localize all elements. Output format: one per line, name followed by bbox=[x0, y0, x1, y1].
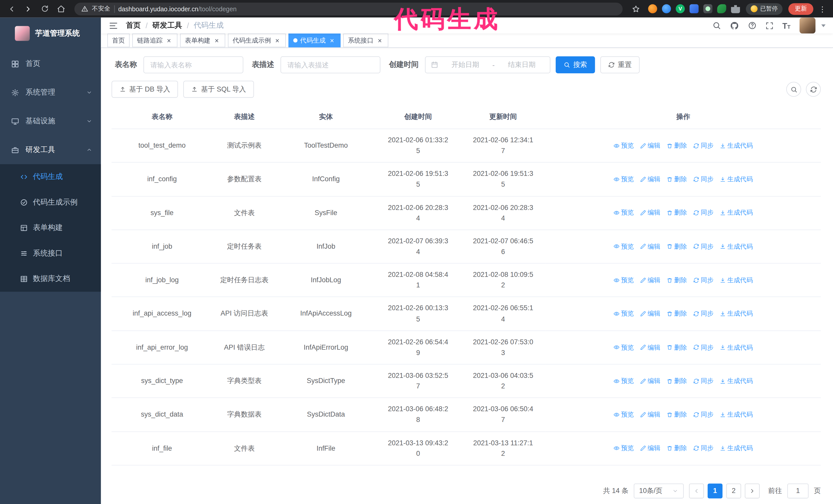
action-edit[interactable]: 编辑 bbox=[640, 443, 661, 453]
font-size-icon[interactable]: TT bbox=[783, 22, 791, 29]
action-sync[interactable]: 同步 bbox=[693, 208, 714, 218]
url-bar[interactable]: 不安全 dashboard.yudao.iocoder.cn/tool/code… bbox=[74, 2, 623, 15]
action-sync[interactable]: 同步 bbox=[693, 174, 714, 184]
action-preview[interactable]: 预览 bbox=[614, 410, 634, 419]
table-row[interactable]: inf_job_log定时任务日志表InfJobLog2021-02-08 04… bbox=[112, 263, 821, 297]
table-row[interactable]: inf_job定时任务表InfJob2021-02-07 06:39:34202… bbox=[112, 230, 821, 263]
reload-icon[interactable] bbox=[38, 2, 51, 15]
action-sync[interactable]: 同步 bbox=[693, 309, 714, 319]
people-extension-icon[interactable] bbox=[689, 4, 698, 13]
bookmark-star-icon[interactable] bbox=[629, 2, 642, 15]
tab[interactable]: 代码生成× bbox=[288, 33, 340, 47]
action-delete[interactable]: 删除 bbox=[667, 309, 687, 319]
fox-extension-icon[interactable] bbox=[648, 4, 657, 13]
sidebar-subitem[interactable]: 代码生成 bbox=[0, 164, 101, 189]
sidebar-item[interactable]: 首页 bbox=[0, 49, 101, 78]
close-icon[interactable]: × bbox=[165, 37, 173, 44]
action-edit[interactable]: 编辑 bbox=[640, 241, 661, 251]
table-row[interactable]: inf_api_access_logAPI 访问日志表InfApiAccessL… bbox=[112, 297, 821, 331]
close-icon[interactable]: × bbox=[273, 37, 281, 44]
action-edit[interactable]: 编辑 bbox=[640, 376, 661, 386]
action-delete[interactable]: 删除 bbox=[667, 410, 687, 419]
sidebar-subitem[interactable]: 数据库文档 bbox=[0, 266, 101, 291]
fullscreen-icon[interactable] bbox=[765, 22, 773, 29]
action-sync[interactable]: 同步 bbox=[693, 141, 714, 151]
action-generate-code[interactable]: 生成代码 bbox=[720, 174, 753, 184]
column-header[interactable]: 更新时间 bbox=[460, 105, 546, 129]
table-row[interactable]: sys_dict_type字典类型表SysDictType2021-03-06 … bbox=[112, 364, 821, 398]
tab[interactable]: 链路追踪× bbox=[132, 33, 177, 47]
action-sync[interactable]: 同步 bbox=[693, 376, 714, 386]
action-delete[interactable]: 删除 bbox=[667, 342, 687, 353]
tab[interactable]: 代码生成示例× bbox=[228, 33, 286, 47]
page-button-2[interactable]: 2 bbox=[726, 483, 741, 498]
menu-dots-icon[interactable]: ⋮ bbox=[817, 5, 828, 13]
home-icon[interactable] bbox=[54, 2, 67, 15]
puzzle-extension-icon[interactable] bbox=[731, 4, 740, 13]
action-preview[interactable]: 预览 bbox=[614, 208, 634, 218]
import-db-button[interactable]: 基于 DB 导入 bbox=[112, 81, 178, 98]
action-delete[interactable]: 删除 bbox=[667, 141, 687, 151]
action-preview[interactable]: 预览 bbox=[614, 275, 634, 285]
column-header[interactable]: 实体 bbox=[276, 105, 376, 129]
action-preview[interactable]: 预览 bbox=[614, 174, 634, 184]
action-delete[interactable]: 删除 bbox=[667, 275, 687, 285]
refresh-table-button[interactable] bbox=[806, 82, 821, 97]
column-header[interactable]: 表描述 bbox=[213, 105, 276, 129]
table-row[interactable]: sys_dict_data字典数据表SysDictData2021-03-06 … bbox=[112, 398, 821, 431]
breadcrumb-home[interactable]: 首页 bbox=[126, 21, 141, 30]
action-edit[interactable]: 编辑 bbox=[640, 174, 661, 184]
page-size-select[interactable]: 10条/页 bbox=[634, 483, 684, 498]
forward-icon[interactable] bbox=[22, 2, 34, 15]
action-generate-code[interactable]: 生成代码 bbox=[720, 141, 753, 151]
action-edit[interactable]: 编辑 bbox=[640, 208, 661, 218]
reset-button[interactable]: 重置 bbox=[600, 56, 640, 73]
update-button[interactable]: 更新 bbox=[788, 3, 813, 15]
action-generate-code[interactable]: 生成代码 bbox=[720, 410, 753, 419]
screenshot-extension-icon[interactable] bbox=[703, 4, 712, 13]
table-row[interactable]: sys_file文件表SysFile2021-02-06 20:28:34202… bbox=[112, 196, 821, 230]
column-header[interactable]: 创建时间 bbox=[376, 105, 460, 129]
action-preview[interactable]: 预览 bbox=[614, 141, 634, 151]
action-edit[interactable]: 编辑 bbox=[640, 410, 661, 419]
action-delete[interactable]: 删除 bbox=[667, 241, 687, 251]
action-sync[interactable]: 同步 bbox=[693, 410, 714, 419]
table-name-input[interactable] bbox=[144, 56, 243, 73]
action-edit[interactable]: 编辑 bbox=[640, 141, 661, 151]
v-circle-extension-icon[interactable] bbox=[675, 4, 685, 13]
sidebar-item[interactable]: 基础设施 bbox=[0, 107, 101, 136]
action-sync[interactable]: 同步 bbox=[693, 443, 714, 453]
search-icon[interactable] bbox=[712, 21, 721, 30]
search-button[interactable]: 搜索 bbox=[556, 56, 595, 73]
date-range-picker[interactable]: 开始日期 - 结束日期 bbox=[425, 56, 550, 73]
import-sql-button[interactable]: 基于 SQL 导入 bbox=[184, 81, 254, 98]
next-page-button[interactable] bbox=[745, 483, 760, 498]
tab[interactable]: 系统接口× bbox=[343, 33, 388, 47]
table-row[interactable]: inf_config参数配置表InfConfig2021-02-06 19:51… bbox=[112, 163, 821, 196]
toggle-search-button[interactable] bbox=[786, 82, 801, 97]
prev-page-button[interactable] bbox=[689, 483, 704, 498]
action-delete[interactable]: 删除 bbox=[667, 208, 687, 218]
action-generate-code[interactable]: 生成代码 bbox=[720, 342, 753, 353]
column-header[interactable]: 操作 bbox=[546, 105, 821, 129]
action-generate-code[interactable]: 生成代码 bbox=[720, 309, 753, 319]
column-header[interactable]: 表名称 bbox=[112, 105, 213, 129]
action-preview[interactable]: 预览 bbox=[614, 241, 634, 251]
table-row[interactable]: tool_test_demo测试示例表ToolTestDemo2021-02-0… bbox=[112, 129, 821, 163]
action-edit[interactable]: 编辑 bbox=[640, 342, 661, 353]
action-edit[interactable]: 编辑 bbox=[640, 309, 661, 319]
caret-down-icon[interactable] bbox=[821, 24, 826, 27]
action-generate-code[interactable]: 生成代码 bbox=[720, 208, 753, 218]
action-sync[interactable]: 同步 bbox=[693, 241, 714, 251]
sidebar-subitem[interactable]: 代码生成示例 bbox=[0, 190, 101, 215]
action-preview[interactable]: 预览 bbox=[614, 342, 634, 353]
page-button-1[interactable]: 1 bbox=[708, 483, 722, 498]
table-row[interactable]: inf_api_error_logAPI 错误日志InfApiErrorLog2… bbox=[112, 331, 821, 364]
github-icon[interactable] bbox=[730, 21, 739, 30]
goto-page-input[interactable] bbox=[787, 483, 809, 498]
action-preview[interactable]: 预览 bbox=[614, 309, 634, 319]
action-generate-code[interactable]: 生成代码 bbox=[720, 275, 753, 285]
sidebar-logo[interactable]: 芋道管理系统 bbox=[0, 18, 101, 49]
sidebar-subitem[interactable]: 表单构建 bbox=[0, 215, 101, 240]
breadcrumb-tools[interactable]: 研发工具 bbox=[152, 21, 182, 30]
